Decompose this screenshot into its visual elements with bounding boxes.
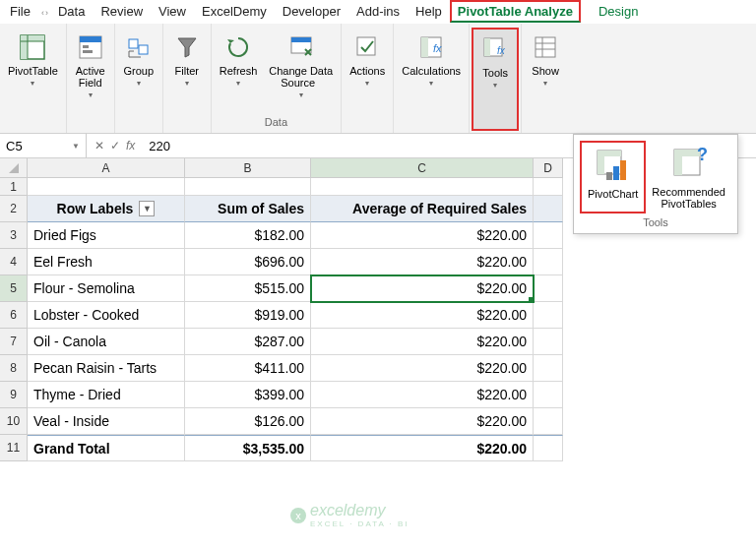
row-head-8[interactable]: 8 [0,355,28,382]
col-head-d[interactable]: D [534,158,563,178]
tab-file[interactable]: File [2,0,38,23]
cell-grandtotal-label[interactable]: Grand Total [28,435,185,461]
cell-sum[interactable]: $919.00 [185,302,311,329]
pivotchart-icon [594,147,633,186]
cell-avg[interactable]: $220.00 [311,382,534,408]
formula-input[interactable]: 220 [143,139,170,153]
group-data: Refresh▾ Change Data Source ▾ Data [212,24,342,133]
cell-avg[interactable]: $220.00 [311,249,534,275]
rowlabels-filter-button[interactable]: ▼ [139,201,155,216]
cell-item[interactable]: Veal - Inside [28,408,185,435]
filter-icon [171,31,203,63]
cell-avg[interactable]: $220.00 [311,329,534,355]
cell-item[interactable]: Lobster - Cooked [28,302,185,329]
refresh-icon [222,31,254,63]
calculations-icon: fx [415,31,447,63]
fx-icon[interactable]: fx [126,139,135,152]
group-icon [123,31,155,63]
btn-calculations[interactable]: fx Calculations▾ [396,28,467,131]
btn-pivottable[interactable]: PivotTable▾ [2,28,64,131]
tab-arrows[interactable]: ‹› [38,0,50,23]
tools-dropdown-panel: PivotChart ? Recommended PivotTables Too… [573,134,738,234]
svg-rect-27 [613,166,619,180]
cell-sum[interactable]: $696.00 [185,249,311,275]
svg-rect-8 [83,50,93,53]
cell-avg[interactable]: $220.00 [311,275,534,302]
cell-sum[interactable]: $126.00 [185,408,311,435]
tab-help[interactable]: Help [408,0,450,23]
tab-design[interactable]: Design [591,0,646,23]
group-pivottable: PivotTable▾ [0,24,67,133]
namebox-dropdown-icon[interactable]: ▼ [72,142,80,151]
cell-avg-header[interactable]: Average of Required Sales [311,196,534,222]
pivottable-icon [17,31,48,63]
btn-refresh[interactable]: Refresh▾ [214,28,264,114]
select-all-corner[interactable] [0,158,28,178]
group-actions: Actions▾ [342,24,394,133]
name-box[interactable]: C5▼ [0,134,87,157]
tab-view[interactable]: View [151,0,194,23]
cell-sum-header[interactable]: Sum of Sales [185,196,311,222]
tab-data[interactable]: Data [50,0,93,23]
btn-active-field[interactable]: Active Field▾ [69,28,112,131]
btn-change-data-source[interactable]: Change Data Source ▾ [263,28,339,114]
row-head-6[interactable]: 6 [0,302,28,329]
table-row: 4Eel Fresh$696.00$220.00 [0,249,756,275]
tab-exceldemy[interactable]: ExcelDemy [194,0,275,23]
row-head-7[interactable]: 7 [0,329,28,355]
tab-addins[interactable]: Add-ins [348,0,408,23]
cell-item[interactable]: Flour - Semolina [28,275,185,302]
svg-rect-7 [83,45,89,48]
cell-item[interactable]: Dried Figs [28,222,185,249]
cell-rowlabels-header[interactable]: Row Labels ▼ [28,196,185,222]
tab-developer[interactable]: Developer [275,0,348,23]
cell-item[interactable]: Oil - Canola [28,329,185,355]
svg-rect-20 [536,37,555,57]
row-head-9[interactable]: 9 [0,382,28,408]
cell-item[interactable]: Eel Fresh [28,249,185,275]
cell-item[interactable]: Thyme - Dried [28,382,185,408]
col-head-a[interactable]: A [28,158,185,178]
row-head-1[interactable]: 1 [0,178,28,196]
cell-sum[interactable]: $411.00 [185,355,311,382]
cancel-icon[interactable]: ✕ [94,139,104,152]
table-row: 10Veal - Inside$126.00$220.00 [0,408,756,435]
row-head-4[interactable]: 4 [0,249,28,275]
cell-sum[interactable]: $287.00 [185,329,311,355]
row-head-11[interactable]: 11 [0,435,28,461]
row-head-3[interactable]: 3 [0,222,28,249]
watermark: x exceldemyEXCEL · DATA · BI [290,502,410,528]
table-row: 8Pecan Raisin - Tarts$411.00$220.00 [0,355,756,382]
row-head-10[interactable]: 10 [0,408,28,435]
tab-review[interactable]: Review [93,0,151,23]
btn-recommended-pivottables[interactable]: ? Recommended PivotTables [646,141,731,214]
col-head-b[interactable]: B [185,158,311,178]
svg-rect-2 [21,35,28,59]
cell-grandtotal-avg[interactable]: $220.00 [311,435,534,461]
btn-pivotchart[interactable]: PivotChart [580,141,646,214]
row-head-2[interactable]: 2 [0,196,28,222]
cell-avg[interactable]: $220.00 [311,222,534,249]
btn-tools[interactable]: fx Tools▾ [472,28,519,131]
btn-group[interactable]: Group▾ [117,28,160,131]
cell-avg[interactable]: $220.00 [311,355,534,382]
change-data-source-icon [285,31,317,63]
cell-avg[interactable]: $220.00 [311,302,534,329]
cell-grandtotal-sum[interactable]: $3,535.00 [185,435,311,461]
cell-sum[interactable]: $399.00 [185,382,311,408]
cell-avg[interactable]: $220.00 [311,408,534,435]
row-head-5[interactable]: 5 [0,275,28,302]
tools-panel-label: Tools [580,214,731,231]
btn-show[interactable]: Show▾ [524,28,567,131]
cell-sum[interactable]: $182.00 [185,222,311,249]
tab-pivottable-analyze[interactable]: PivotTable Analyze [450,0,581,23]
svg-rect-18 [484,38,490,56]
svg-text:fx: fx [497,45,506,56]
btn-filter[interactable]: Filter▾ [165,28,209,131]
svg-rect-9 [129,39,138,48]
enter-icon[interactable]: ✓ [110,139,120,152]
cell-sum[interactable]: $515.00 [185,275,311,302]
btn-actions[interactable]: Actions▾ [344,28,391,131]
col-head-c[interactable]: C [311,158,534,178]
cell-item[interactable]: Pecan Raisin - Tarts [28,355,185,382]
